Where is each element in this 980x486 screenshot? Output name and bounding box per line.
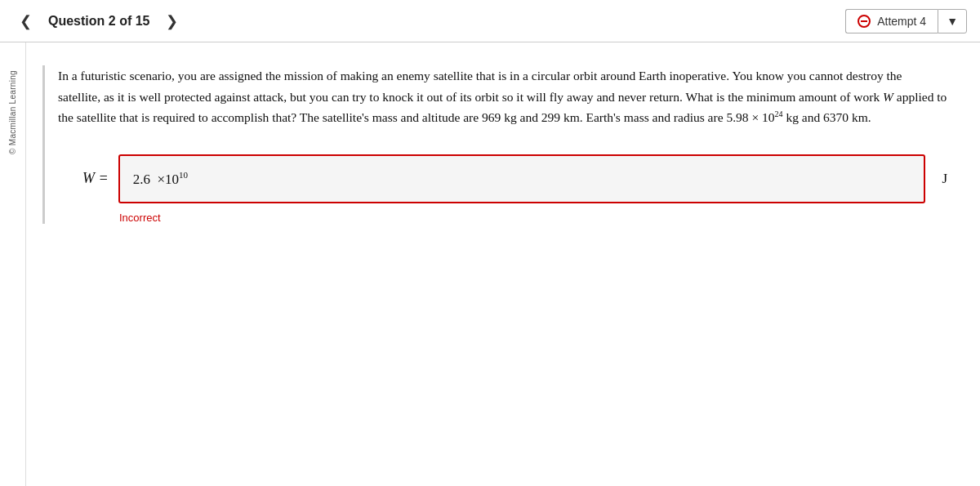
unit-label: J: [942, 171, 947, 187]
prev-question-button[interactable]: ❮: [13, 9, 38, 33]
dropdown-arrow-icon: ▼: [947, 15, 958, 28]
main-content: © Macmillan Learning In a futuristic sce…: [0, 42, 980, 486]
header-right: Attempt 4 ▼: [845, 9, 967, 33]
attempt-dropdown-button[interactable]: ▼: [938, 9, 967, 33]
question-text: In a futuristic scenario, you are assign…: [58, 65, 947, 128]
answer-value: 2.6 ×1010: [133, 170, 188, 188]
next-question-button[interactable]: ❯: [159, 9, 185, 33]
copyright-label: © Macmillan Learning: [8, 70, 17, 154]
variable-label: W =: [82, 170, 109, 187]
incorrect-feedback: Incorrect: [119, 212, 947, 224]
no-entry-icon: [858, 15, 871, 28]
header-left: ❮ Question 2 of 15 ❯: [13, 9, 185, 33]
content-panel: In a futuristic scenario, you are assign…: [26, 42, 980, 486]
answer-input-box[interactable]: 2.6 ×1010: [118, 154, 926, 203]
question-counter: Question 2 of 15: [48, 14, 149, 29]
header: ❮ Question 2 of 15 ❯ Attempt 4 ▼: [0, 0, 980, 42]
attempt-label: Attempt 4: [877, 15, 926, 28]
content-inner: In a futuristic scenario, you are assign…: [42, 65, 947, 224]
answer-area: W = 2.6 ×1010 J: [82, 154, 947, 203]
sidebar: © Macmillan Learning: [0, 42, 26, 486]
attempt-button[interactable]: Attempt 4: [845, 9, 938, 33]
